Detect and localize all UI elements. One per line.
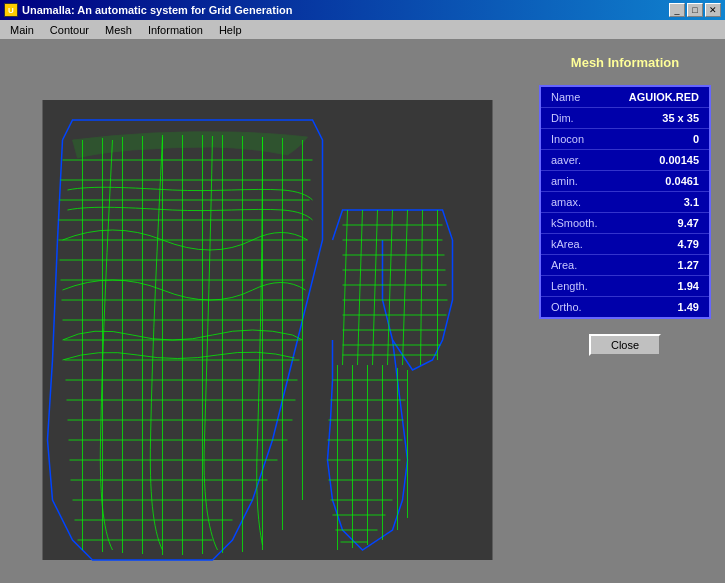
app-icon: U [4, 3, 18, 17]
title-bar-text: U Unamalla: An automatic system for Grid… [4, 3, 292, 17]
title-bar-buttons: _ □ ✕ [669, 3, 721, 17]
close-button[interactable]: Close [589, 334, 661, 356]
info-row: aaver. 0.00145 [541, 150, 709, 171]
info-label: Length. [551, 280, 588, 292]
info-value: 0 [693, 133, 699, 145]
info-row: Length. 1.94 [541, 276, 709, 297]
info-row: kSmooth. 9.47 [541, 213, 709, 234]
info-label: aaver. [551, 154, 581, 166]
menu-main[interactable]: Main [2, 20, 42, 39]
info-label: kSmooth. [551, 217, 597, 229]
info-label: amin. [551, 175, 578, 187]
info-label: Inocon [551, 133, 584, 145]
menu-information[interactable]: Information [140, 20, 211, 39]
info-label: amax. [551, 196, 581, 208]
info-value: 1.94 [678, 280, 699, 292]
mesh-svg [0, 40, 525, 583]
info-row: Inocon 0 [541, 129, 709, 150]
maximize-button[interactable]: □ [687, 3, 703, 17]
menu-contour[interactable]: Contour [42, 20, 97, 39]
menu-help[interactable]: Help [211, 20, 250, 39]
info-row: Area. 1.27 [541, 255, 709, 276]
info-row: amax. 3.1 [541, 192, 709, 213]
mesh-canvas [0, 40, 525, 583]
info-row: amin. 0.0461 [541, 171, 709, 192]
main-content: Mesh Information Name AGUIOK.RED Dim. 35… [0, 40, 725, 583]
info-label: Area. [551, 259, 577, 271]
info-row: kArea. 4.79 [541, 234, 709, 255]
info-value: 0.0461 [665, 175, 699, 187]
close-window-button[interactable]: ✕ [705, 3, 721, 17]
menu-bar: Main Contour Mesh Information Help [0, 20, 725, 40]
info-table: Name AGUIOK.RED Dim. 35 x 35 Inocon 0 aa… [539, 85, 711, 319]
right-panel: Mesh Information Name AGUIOK.RED Dim. 35… [525, 40, 725, 583]
title-bar: U Unamalla: An automatic system for Grid… [0, 0, 725, 20]
info-value: 4.79 [678, 238, 699, 250]
info-value: 1.49 [678, 301, 699, 313]
menu-mesh[interactable]: Mesh [97, 20, 140, 39]
info-value: 9.47 [678, 217, 699, 229]
info-value: 1.27 [678, 259, 699, 271]
info-row: Ortho. 1.49 [541, 297, 709, 317]
info-value: AGUIOK.RED [629, 91, 699, 103]
info-value: 0.00145 [659, 154, 699, 166]
info-label: kArea. [551, 238, 583, 250]
info-row: Dim. 35 x 35 [541, 108, 709, 129]
info-label: Ortho. [551, 301, 582, 313]
panel-title: Mesh Information [571, 55, 679, 70]
info-value: 3.1 [684, 196, 699, 208]
info-row: Name AGUIOK.RED [541, 87, 709, 108]
info-value: 35 x 35 [662, 112, 699, 124]
info-label: Name [551, 91, 580, 103]
minimize-button[interactable]: _ [669, 3, 685, 17]
window-title: Unamalla: An automatic system for Grid G… [22, 4, 292, 16]
info-label: Dim. [551, 112, 574, 124]
